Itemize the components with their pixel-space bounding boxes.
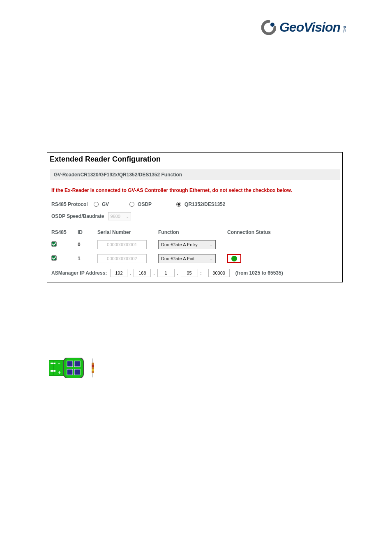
svg-text:−: −: [58, 361, 60, 366]
reader-table: RS485 ID Serial Number Function Connecti…: [51, 227, 338, 266]
col-rs485: RS485: [51, 229, 74, 235]
logo-mark-icon: [261, 20, 276, 35]
port-range-hint: (from 1025 to 65535): [235, 270, 283, 276]
brand-suffix: INC.: [343, 26, 347, 33]
rs485-checkbox-1[interactable]: [51, 255, 57, 261]
status-dot-icon: [231, 256, 237, 261]
chevron-down-icon: ⌄: [210, 257, 213, 261]
baudrate-value: 9600: [110, 214, 120, 219]
col-serial: Serial Number: [97, 229, 155, 235]
panel-title: Extended Reader Configuration: [47, 153, 342, 169]
function-select-1[interactable]: Door/Gate A Exit ⌄: [158, 254, 216, 263]
baudrate-label: OSDP Speed/Baudrate: [51, 213, 104, 219]
section-header: GV-Reader/CR1320/GF192x/QR1352/DES1352 F…: [50, 169, 340, 180]
resistor-icon: [92, 363, 94, 373]
colon-separator: :: [200, 271, 203, 275]
baudrate-row: OSDP Speed/Baudrate 9600 ⌄: [51, 210, 338, 223]
ip-octet-3[interactable]: 1: [157, 269, 175, 277]
port-input[interactable]: 30000: [208, 269, 230, 277]
terminal-connector-diagram: − +: [49, 358, 94, 378]
function-value-0: Door/Gate A Entry: [161, 242, 198, 247]
ethernet-warning: If the Ex-Reader is connected to GV-AS C…: [51, 180, 338, 199]
asmanager-ip-row: ASManager IP Address: 192 . 168 . 1 . 95…: [51, 266, 338, 277]
dot-separator: .: [176, 271, 179, 275]
protocol-radio-gv[interactable]: [94, 202, 99, 207]
chevron-down-icon: ⌄: [210, 243, 213, 247]
id-cell-0: 0: [78, 242, 94, 247]
connection-status-indicator: [227, 254, 241, 263]
terminal-block-icon: − +: [49, 358, 88, 378]
brand-name: GeoVision: [279, 20, 340, 35]
dot-separator: .: [152, 271, 155, 275]
protocol-radio-osdp[interactable]: [129, 202, 134, 207]
svg-point-0: [270, 23, 274, 27]
table-row: 1 000000000002 Door/Gate A Exit ⌄: [51, 252, 338, 266]
svg-rect-8: [67, 361, 73, 367]
serial-input-1[interactable]: 000000000002: [97, 254, 147, 263]
extended-reader-config-panel: Extended Reader Configuration GV-Reader/…: [47, 152, 343, 282]
dot-separator: .: [129, 271, 132, 275]
serial-input-0[interactable]: 000000000001: [97, 240, 147, 249]
function-select-0[interactable]: Door/Gate A Entry ⌄: [158, 240, 216, 249]
protocol-option-osdp: OSDP: [138, 201, 152, 207]
function-value-1: Door/Gate A Exit: [161, 256, 194, 261]
table-header-row: RS485 ID Serial Number Function Connecti…: [51, 227, 338, 238]
col-function: Function: [158, 229, 224, 235]
svg-rect-10: [67, 369, 73, 375]
brand-logo: GeoVision INC.: [261, 20, 347, 35]
svg-rect-1: [49, 360, 64, 376]
ip-octet-2[interactable]: 168: [134, 269, 151, 277]
svg-text:+: +: [58, 370, 61, 375]
svg-rect-3: [51, 370, 55, 372]
col-status: Connection Status: [227, 229, 277, 235]
svg-rect-2: [51, 363, 55, 364]
svg-rect-11: [74, 369, 80, 375]
baudrate-select[interactable]: 9600 ⌄: [108, 212, 131, 220]
chevron-down-icon: ⌄: [126, 214, 129, 219]
svg-rect-9: [74, 361, 80, 367]
ip-octet-1[interactable]: 192: [110, 269, 127, 277]
rs485-checkbox-0[interactable]: [51, 241, 57, 247]
protocol-row: RS485 Protocol GV OSDP QR1352/DES1352: [51, 199, 338, 210]
svg-rect-7: [64, 358, 83, 378]
protocol-radio-qrdes[interactable]: [176, 202, 181, 207]
table-row: 0 000000000001 Door/Gate A Entry ⌄: [51, 238, 338, 252]
protocol-label: RS485 Protocol: [51, 201, 88, 207]
col-id: ID: [78, 229, 94, 235]
asmanager-ip-label: ASManager IP Address:: [51, 270, 107, 276]
ip-octet-4[interactable]: 95: [181, 269, 198, 277]
protocol-option-gv: GV: [102, 201, 109, 207]
id-cell-1: 1: [78, 256, 94, 261]
protocol-option-qrdes: QR1352/DES1352: [184, 201, 225, 207]
